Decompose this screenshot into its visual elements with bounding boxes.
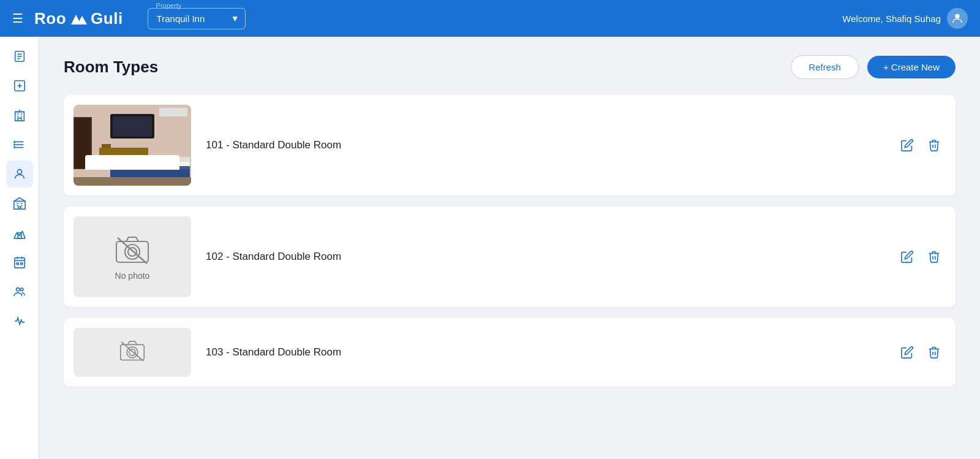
- room-name: 101 - Standard Double Room: [206, 139, 898, 151]
- svg-rect-49: [110, 157, 190, 162]
- logo-text-right: Guli: [91, 9, 123, 28]
- svg-rect-46: [99, 148, 148, 160]
- room-name: 102 - Standard Double Room: [206, 251, 898, 263]
- delete-room-button[interactable]: [925, 343, 943, 362]
- room-card: 103 - Standard Double Room: [64, 318, 956, 387]
- svg-rect-43: [159, 108, 187, 116]
- delete-room-button[interactable]: [925, 136, 943, 154]
- edit-room-button[interactable]: [898, 248, 916, 266]
- room-card: No photo 102 - Standard Double Room: [64, 207, 956, 307]
- page-title: Room Types: [64, 58, 791, 77]
- welcome-text: Welcome, Shafiq Suhag: [842, 13, 941, 24]
- room-image: [74, 105, 191, 186]
- svg-rect-50: [113, 157, 134, 165]
- svg-rect-42: [113, 116, 152, 137]
- svg-point-39: [20, 288, 23, 291]
- create-new-button[interactable]: + Create New: [867, 56, 956, 78]
- sidebar-item-building[interactable]: [6, 102, 33, 129]
- delete-room-button[interactable]: [925, 248, 943, 266]
- no-photo-icon: [118, 338, 147, 363]
- sidebar-item-resort[interactable]: [6, 219, 33, 246]
- logo: Roo Guli: [34, 9, 123, 28]
- sidebar-item-activity[interactable]: [6, 308, 33, 335]
- edit-room-button[interactable]: [898, 136, 916, 154]
- page-header: Room Types Refresh + Create New: [64, 55, 956, 79]
- svg-rect-32: [14, 258, 24, 268]
- svg-point-3: [955, 14, 959, 18]
- room-image-placeholder: No photo: [74, 216, 191, 297]
- svg-rect-30: [18, 207, 21, 210]
- sidebar-item-person[interactable]: [6, 161, 33, 188]
- refresh-button[interactable]: Refresh: [791, 55, 859, 79]
- app-header: ☰ Roo Guli Property Tranquil Inn Grand H…: [0, 0, 980, 37]
- main-content: Room Types Refresh + Create New: [39, 37, 980, 459]
- property-dropdown[interactable]: Tranquil Inn Grand Hotel City Stay: [148, 8, 246, 29]
- no-photo-text: No photo: [115, 271, 150, 281]
- property-selector[interactable]: Property Tranquil Inn Grand Hotel City S…: [148, 8, 246, 29]
- svg-rect-45: [75, 118, 91, 168]
- menu-icon[interactable]: ☰: [12, 11, 23, 26]
- svg-point-23: [13, 147, 15, 148]
- room-photo: [74, 105, 191, 186]
- svg-rect-25: [13, 201, 24, 209]
- svg-point-22: [13, 144, 15, 145]
- svg-point-24: [17, 170, 21, 174]
- room-card: 101 - Standard Double Room: [64, 95, 956, 195]
- main-layout: Room Types Refresh + Create New: [0, 37, 980, 459]
- edit-room-button[interactable]: [898, 343, 916, 362]
- sidebar: [0, 37, 39, 459]
- room-actions: [898, 343, 943, 362]
- sidebar-item-guests[interactable]: [6, 278, 33, 305]
- svg-rect-47: [102, 144, 111, 148]
- svg-rect-54: [74, 177, 191, 186]
- svg-rect-53: [110, 166, 190, 169]
- room-actions: [898, 248, 943, 266]
- svg-rect-11: [15, 112, 24, 121]
- sidebar-item-calendar[interactable]: [6, 249, 33, 276]
- svg-point-21: [13, 142, 15, 143]
- no-photo-placeholder: [74, 328, 191, 377]
- svg-rect-36: [17, 263, 18, 265]
- no-photo-placeholder: No photo: [74, 216, 191, 297]
- room-image-placeholder: [74, 328, 191, 377]
- sidebar-item-dashboard[interactable]: [6, 43, 33, 70]
- sidebar-item-hotel[interactable]: [6, 190, 33, 217]
- room-name: 103 - Standard Double Room: [206, 346, 898, 358]
- svg-rect-51: [136, 157, 157, 165]
- logo-text-left: Roo: [34, 9, 66, 28]
- room-actions: [898, 136, 943, 154]
- no-photo-icon: [113, 233, 152, 266]
- user-avatar[interactable]: [947, 8, 968, 29]
- sidebar-item-list[interactable]: [6, 131, 33, 158]
- logo-mountain-icon: [67, 11, 89, 26]
- svg-point-38: [16, 288, 20, 292]
- sidebar-item-add[interactable]: [6, 72, 33, 99]
- svg-rect-37: [20, 263, 22, 265]
